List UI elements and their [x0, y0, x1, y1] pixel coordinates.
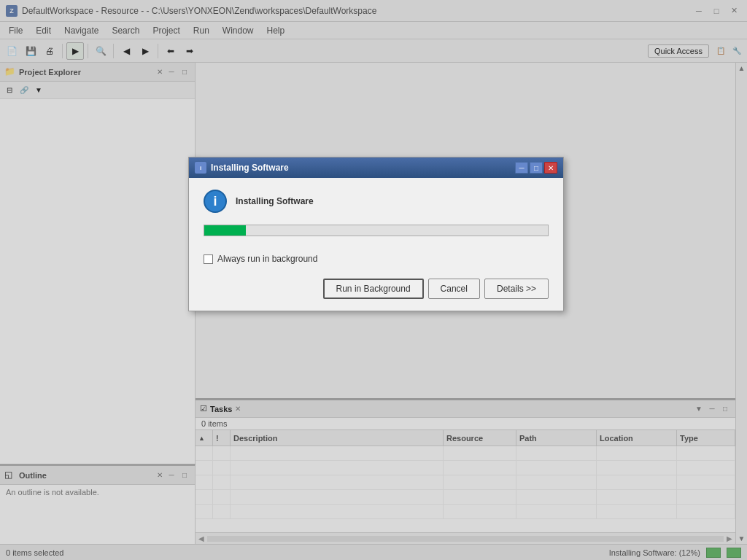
details-button[interactable]: Details >> [484, 279, 549, 299]
info-icon: i [204, 190, 227, 213]
modal-overlay: i Installing Software ─ □ ✕ i Installing… [0, 0, 747, 560]
dialog-content: i Installing Software Always run in back… [189, 178, 563, 311]
installing-software-dialog: i Installing Software ─ □ ✕ i Installing… [188, 157, 564, 311]
dialog-title-bar: i Installing Software ─ □ ✕ [189, 158, 563, 178]
always-run-background-label: Always run in background [217, 254, 317, 264]
dialog-minimize-btn[interactable]: ─ [515, 162, 528, 174]
dialog-buttons: Run in Background Cancel Details >> [204, 279, 549, 299]
dialog-title-text: Installing Software [211, 163, 511, 173]
dialog-header: i Installing Software [204, 190, 549, 213]
dialog-maximize-btn[interactable]: □ [530, 162, 543, 174]
always-run-background-row: Always run in background [204, 251, 549, 264]
cancel-button[interactable]: Cancel [428, 279, 480, 299]
run-in-background-button[interactable]: Run in Background [323, 279, 424, 299]
progress-container [204, 225, 549, 236]
dialog-header-text: Installing Software [236, 196, 314, 206]
progress-bar-background [204, 225, 549, 236]
always-run-background-checkbox[interactable] [204, 254, 213, 264]
progress-bar-fill [204, 225, 246, 236]
dialog-title-icon: i [195, 162, 206, 174]
dialog-close-btn[interactable]: ✕ [544, 162, 557, 174]
